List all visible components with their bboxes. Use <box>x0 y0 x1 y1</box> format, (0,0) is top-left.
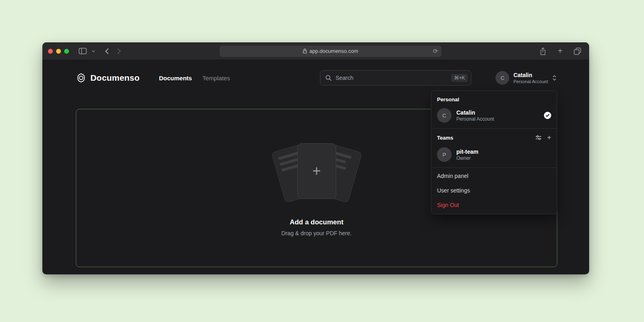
personal-name: Catalin <box>456 109 494 116</box>
tabs-icon <box>574 48 581 55</box>
sidebar-icon <box>79 48 87 54</box>
sliders-icon <box>535 135 542 140</box>
reload-icon: ⟳ <box>433 48 438 54</box>
account-menu-button[interactable]: C Catalin Personal Account <box>496 71 557 85</box>
teams-section-label: Teams <box>437 135 453 141</box>
minimize-window-button[interactable] <box>56 49 61 54</box>
search-input[interactable] <box>335 75 451 81</box>
chevron-up-down-icon <box>552 75 557 81</box>
search-icon <box>325 75 332 81</box>
brand-logo-link[interactable]: Documenso <box>76 73 140 83</box>
app-header: Documenso Documents Templates ⌘+K C Cata… <box>42 60 589 87</box>
traffic-lights <box>48 49 69 54</box>
sidebar-chevron-button[interactable] <box>89 48 98 54</box>
add-team-button[interactable]: + <box>547 134 551 142</box>
document-stack-illustration: + <box>266 140 367 208</box>
menu-section-teams: Teams + <box>431 130 557 144</box>
new-tab-button[interactable]: + <box>555 45 565 57</box>
menu-item-sign-out[interactable]: Sign Out <box>431 198 557 212</box>
forward-button[interactable] <box>115 46 123 56</box>
browser-window: app.documenso.com ⟳ + <box>42 42 589 274</box>
menu-item-user-settings[interactable]: User settings <box>431 183 557 198</box>
account-avatar: C <box>496 71 509 85</box>
lock-icon <box>303 48 307 54</box>
team-role: Owner <box>456 155 478 161</box>
plus-icon: + <box>558 46 562 56</box>
account-dropdown-menu: Personal C Catalin Personal Account Team… <box>431 90 557 214</box>
personal-avatar: C <box>437 108 452 123</box>
address-bar[interactable]: app.documenso.com ⟳ <box>220 46 441 57</box>
app-content: Documenso Documents Templates ⌘+K C Cata… <box>42 60 589 274</box>
menu-divider <box>431 128 557 129</box>
add-team-plus-icon: + <box>547 134 551 142</box>
sidebar-toggle-button[interactable] <box>76 46 89 56</box>
browser-titlebar: app.documenso.com ⟳ + <box>42 42 589 60</box>
search-shortcut-badge: ⌘+K <box>451 74 468 82</box>
back-button[interactable] <box>102 46 111 56</box>
share-button[interactable] <box>537 46 549 57</box>
personal-type: Personal Account <box>456 116 494 122</box>
team-avatar: P <box>437 147 452 162</box>
add-plus-icon: + <box>312 163 321 180</box>
brand-name: Documenso <box>90 73 140 83</box>
account-name: Catalin <box>513 72 548 79</box>
chevron-down-icon <box>92 50 95 52</box>
menu-item-team-pit-team[interactable]: P pit-team Owner <box>431 144 557 167</box>
close-window-button[interactable] <box>48 49 53 54</box>
chevron-left-icon <box>105 48 109 54</box>
nav-item-templates[interactable]: Templates <box>203 75 230 82</box>
zoom-window-button[interactable] <box>64 49 69 54</box>
account-type: Personal Account <box>513 79 548 84</box>
menu-item-admin-panel[interactable]: Admin panel <box>431 169 557 183</box>
menu-item-personal-account[interactable]: C Catalin Personal Account <box>431 105 557 128</box>
dropzone-title: Add a document <box>290 218 343 226</box>
document-card-add: + <box>297 143 336 199</box>
address-bar-url: app.documenso.com <box>309 48 358 54</box>
menu-section-personal: Personal <box>431 92 557 105</box>
nav-item-documents[interactable]: Documents <box>159 75 192 82</box>
dropzone-subtitle: Drag & drop your PDF here. <box>281 230 351 236</box>
manage-teams-button[interactable] <box>535 135 542 140</box>
selected-check-icon <box>544 112 551 119</box>
reload-button[interactable]: ⟳ <box>433 48 438 55</box>
search-box[interactable]: ⌘+K <box>320 70 471 86</box>
documenso-logo-icon <box>76 73 86 83</box>
team-name: pit-team <box>456 148 478 155</box>
menu-divider <box>431 167 557 168</box>
personal-section-label: Personal <box>437 96 459 102</box>
main-nav: Documents Templates <box>159 75 230 82</box>
titlebar-actions: + <box>537 45 583 57</box>
tab-overview-button[interactable] <box>571 46 583 56</box>
chevron-right-icon <box>117 48 121 54</box>
share-icon <box>539 47 546 55</box>
